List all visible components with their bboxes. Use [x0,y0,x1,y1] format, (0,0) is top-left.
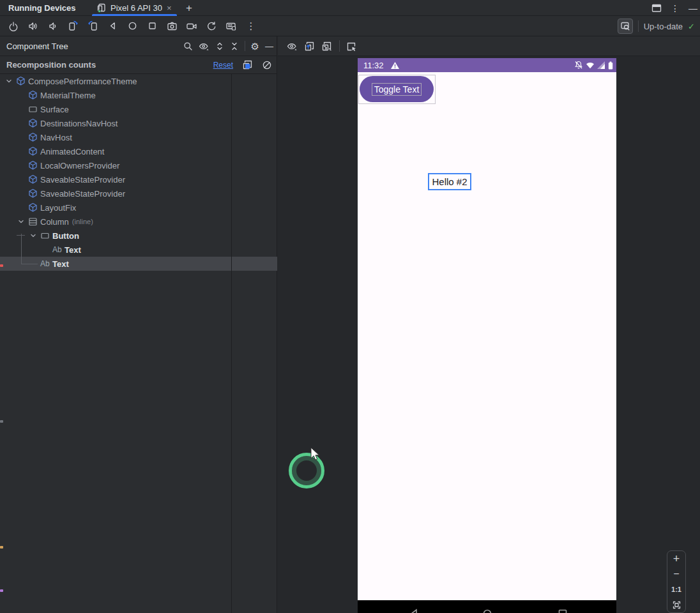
zoom-in-button[interactable]: + [667,551,685,566]
tree-node-label: LayoutFix [40,203,76,213]
more-options-icon[interactable]: ⋮ [671,3,680,13]
rotate-left-button[interactable] [66,19,80,33]
nav-home-icon[interactable] [482,609,492,613]
check-icon: ✓ [688,22,695,31]
gray-stripe-mark [0,420,3,423]
view-options-icon[interactable] [287,42,298,51]
column-icon [28,217,40,226]
tree-guide-line [17,235,25,236]
component-tree-list: ComposePerformanceThemeMaterialThemeSurf… [0,74,277,271]
status-bar-time: 11:32 [358,61,384,70]
layout-icon[interactable] [651,3,662,13]
composable-icon [16,76,27,86]
zoom-out-button[interactable]: − [667,566,685,582]
android-status-bar: 11:32 [358,58,616,72]
nav-overview-icon[interactable] [558,609,568,613]
tree-node-text[interactable]: AbText [0,243,277,257]
wifi-icon [586,61,595,69]
tree-node-text[interactable]: AbText [0,257,277,271]
tree-node-button[interactable]: Button [0,229,277,243]
tree-node-localownersprovider[interactable]: LocalOwnersProvider [0,158,277,172]
composable-icon [28,188,40,199]
tool-window-tab-bar: Running Devices Pixel 6 API 30 × + ⋮ — [0,0,700,16]
reset-counts-link[interactable]: Reset [213,61,233,70]
hello-text-label: Hello #2 [432,176,467,187]
tree-node-label: ComposePerformanceTheme [27,77,137,86]
search-icon[interactable] [183,42,193,51]
tree-guide-line [22,264,38,264]
view-icon [40,231,52,240]
device-tab-label: Pixel 6 API 30 [110,3,162,13]
nav-back-icon[interactable] [409,609,419,613]
view-options-icon[interactable] [199,42,209,51]
tree-node-suffix: (inline) [72,218,93,225]
rotate-right-button[interactable] [86,19,100,33]
volume-down-button[interactable] [46,19,60,33]
zoom-controls: + − 1:1 [667,550,686,613]
device-settings-shortcuts-button[interactable] [224,19,238,33]
tree-node-label: Surface [40,105,69,114]
layout-inspector-toggle-button[interactable] [618,19,633,34]
notifications-off-icon [574,61,583,70]
record-screen-button[interactable] [185,19,199,33]
tree-guide-line [21,234,22,264]
tree-node-saveablestateprovider[interactable]: SaveableStateProvider [0,172,277,186]
zoom-actual-size-button[interactable]: 1:1 [667,582,685,597]
tree-node-saveablestateprovider[interactable]: SaveableStateProvider [0,186,277,201]
tree-node-composeperformancetheme[interactable]: ComposePerformanceTheme [0,74,277,88]
composable-icon [28,132,40,142]
warning-icon [390,61,400,70]
composable-icon [28,146,40,156]
battery-icon [608,61,613,70]
snapshot-export-icon[interactable] [304,41,315,52]
add-device-button[interactable]: + [182,1,196,15]
home-button[interactable] [125,19,139,33]
collapse-all-icon[interactable] [230,42,239,51]
up-to-date-status: Up-to-date [644,22,683,31]
hide-panel-icon[interactable]: — [265,42,273,50]
tree-node-label: DestinationsNavHost [40,119,118,128]
expand-all-icon[interactable] [215,42,224,51]
overview-button[interactable] [145,19,159,33]
volume-up-button[interactable] [26,19,40,33]
select-component-icon[interactable] [346,41,357,52]
composable-icon [28,90,40,100]
reset-button[interactable] [204,19,218,33]
gear-icon[interactable]: ⚙ [251,42,259,51]
tree-node-surface[interactable]: Surface [0,102,277,116]
app-content-area[interactable]: Toggle Text Hello #2 [358,72,616,600]
chevron-down-icon[interactable] [29,232,40,239]
zoom-fit-icon[interactable] [667,597,685,612]
chevron-down-icon[interactable] [17,218,28,225]
minimize-icon[interactable]: — [689,3,697,13]
block-icon[interactable] [262,60,272,70]
text-composable-icon: Ab [40,259,52,268]
composable-icon [28,202,40,213]
toolbar-more-button[interactable]: ⋮ [244,19,258,33]
screenshot-button[interactable] [165,19,179,33]
close-tab-icon[interactable]: × [167,4,172,12]
tool-window-controls: ⋮ — [651,0,700,16]
android-navigation-bar [358,600,616,613]
power-button[interactable] [6,19,20,33]
tree-node-column[interactable]: Column(inline) [0,215,277,229]
tree-node-destinationsnavhost[interactable]: DestinationsNavHost [0,116,277,130]
tree-node-animatedcontent[interactable]: AnimatedContent [0,144,277,158]
tree-node-label: AnimatedContent [40,147,104,156]
tree-node-layoutfix[interactable]: LayoutFix [0,201,277,215]
purple-stripe-mark [0,589,3,592]
error-stripe-mark [0,264,3,267]
emulator-screen[interactable]: 11:32 Toggle Text Hello #2 [358,58,616,613]
back-button[interactable] [105,19,119,33]
tree-node-label: NavHost [40,133,72,142]
selected-text-component[interactable]: Hello #2 [428,173,471,190]
inspector-toolbar-divider [339,40,340,52]
tree-node-navhost[interactable]: NavHost [0,130,277,144]
layers-tree-icon[interactable] [321,41,333,52]
toggle-text-button[interactable]: Toggle Text [360,76,434,102]
chevron-down-icon[interactable] [5,77,16,85]
recomposition-highlight-icon[interactable] [242,59,253,70]
component-tree-title: Component Tree [0,42,68,51]
tab-pixel-6-api-30[interactable]: Pixel 6 API 30 × [91,0,178,16]
tree-node-materialtheme[interactable]: MaterialTheme [0,88,277,102]
